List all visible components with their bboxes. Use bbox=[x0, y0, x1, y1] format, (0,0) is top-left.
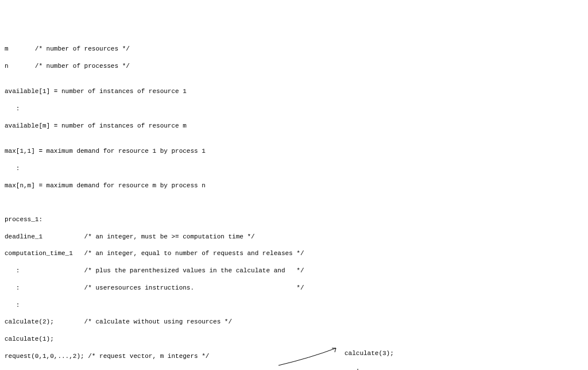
code-line: available[m] = number of instances of re… bbox=[5, 122, 583, 130]
code-line: max[n,m] = maximum demand for resource m… bbox=[5, 182, 583, 190]
code-listing: m /* number of resources */ n /* number … bbox=[5, 36, 583, 370]
code-line: max[1,1] = maximum demand for resource 1… bbox=[5, 147, 583, 156]
side-snippet: calculate(3); : end. bbox=[345, 341, 394, 370]
code-line: calculate(1); bbox=[5, 335, 583, 344]
code-line: : /* plus the parenthesized values in th… bbox=[5, 267, 583, 275]
code-line: computation_time_1 /* an integer, equal … bbox=[5, 249, 583, 258]
side-line: : bbox=[345, 367, 394, 370]
code-line: process_1: bbox=[5, 215, 583, 224]
side-line: calculate(3); bbox=[345, 349, 394, 358]
code-line: request(0,1,0,...,2); /* request vector,… bbox=[5, 352, 583, 361]
code-line: : bbox=[5, 301, 583, 310]
code-line: deadline_1 /* an integer, must be >= com… bbox=[5, 233, 583, 241]
code-line: : /* useresources instructions. */ bbox=[5, 284, 583, 292]
code-line: n /* number of processes */ bbox=[5, 62, 583, 71]
code-line: m /* number of resources */ bbox=[5, 45, 583, 53]
code-line: calculate(2); /* calculate without using… bbox=[5, 318, 583, 326]
code-line: : bbox=[5, 164, 583, 173]
code-line: : bbox=[5, 105, 583, 113]
code-line: available[1] = number of instances of re… bbox=[5, 87, 583, 96]
